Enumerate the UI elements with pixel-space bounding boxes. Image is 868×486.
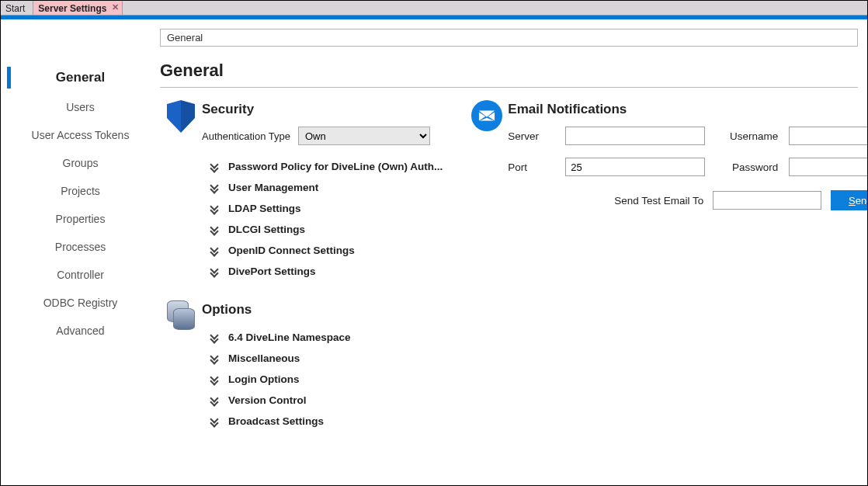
- chevron-down-icon: [210, 374, 219, 385]
- expander-user-management[interactable]: User Management: [202, 177, 443, 198]
- expander-miscellaneous[interactable]: Miscellaneous: [202, 348, 443, 369]
- expander-login-options[interactable]: Login Options: [202, 369, 443, 390]
- expander-openid-connect[interactable]: OpenID Connect Settings: [202, 240, 443, 261]
- column-right: Email Notifications Server Username Port…: [466, 99, 867, 227]
- expander-label: Password Policy for DiveLine (Own) Auth.…: [228, 161, 443, 172]
- sidenav-label: ODBC Registry: [43, 297, 118, 309]
- breadcrumb-text: General: [167, 32, 203, 43]
- expander-label: Broadcast Settings: [228, 415, 324, 427]
- port-label: Port: [508, 161, 554, 173]
- send-test-row: Send Test Email To Send: [508, 190, 867, 210]
- section-title: Options: [202, 302, 443, 318]
- password-label: Password: [716, 161, 778, 173]
- tab-bar: Start Server Settings ✕: [1, 1, 867, 16]
- content-wrap: General Users User Access Tokens Groups …: [1, 16, 867, 485]
- expander-label: 6.4 DiveLine Namespace: [228, 332, 351, 343]
- sidenav-label: Groups: [63, 157, 99, 169]
- section-body: Options 6.4 DiveLine Namespace Miscellan…: [202, 299, 443, 432]
- expander-ldap-settings[interactable]: LDAP Settings: [202, 198, 443, 219]
- section-security: Security Authentication Type Own P: [160, 99, 443, 282]
- sidenav-label: Processes: [55, 241, 106, 253]
- sidenav-item-advanced[interactable]: Advanced: [1, 317, 160, 345]
- expander-diveport-settings[interactable]: DivePort Settings: [202, 261, 443, 282]
- port-input[interactable]: [565, 158, 705, 176]
- password-input[interactable]: [789, 158, 867, 176]
- sidenav-label: Users: [66, 101, 95, 113]
- auth-select[interactable]: Own: [298, 127, 430, 145]
- chevron-down-icon: [210, 395, 219, 406]
- send-button-mnemonic: S: [849, 195, 856, 207]
- sidenav-item-user-access-tokens[interactable]: User Access Tokens: [1, 121, 160, 149]
- sidenav-label: General: [56, 70, 105, 85]
- chevron-down-icon: [210, 182, 219, 193]
- icon-holder: [160, 99, 202, 133]
- send-button[interactable]: Send: [831, 190, 867, 210]
- tab-server-settings[interactable]: Server Settings ✕: [33, 1, 123, 15]
- tab-label: Start: [5, 3, 25, 14]
- database-icon: [165, 300, 196, 332]
- sidenav-item-processes[interactable]: Processes: [1, 233, 160, 261]
- tab-start[interactable]: Start: [1, 1, 33, 15]
- sidenav-label: Controller: [57, 269, 104, 281]
- sidenav-label: Projects: [61, 185, 100, 197]
- section-options: Options 6.4 DiveLine Namespace Miscellan…: [160, 299, 443, 432]
- icon-holder: [466, 99, 508, 131]
- expander-label: Miscellaneous: [228, 352, 300, 364]
- content-inner: General Users User Access Tokens Groups …: [1, 19, 867, 485]
- expander-dlcgi-settings[interactable]: DLCGI Settings: [202, 219, 443, 240]
- expander-namespace[interactable]: 6.4 DiveLine Namespace: [202, 327, 443, 348]
- expander-label: DivePort Settings: [228, 266, 316, 277]
- auth-row: Authentication Type Own: [202, 127, 443, 145]
- sidenav: General Users User Access Tokens Groups …: [1, 19, 160, 485]
- server-input[interactable]: [565, 127, 705, 145]
- sidenav-item-general[interactable]: General: [1, 62, 160, 93]
- shield-icon: [167, 100, 195, 133]
- section-title: Security: [202, 102, 443, 117]
- breadcrumb[interactable]: General: [160, 29, 858, 47]
- icon-holder: [160, 299, 202, 332]
- close-icon[interactable]: ✕: [112, 2, 119, 12]
- username-label: Username: [716, 130, 778, 142]
- sidenav-item-projects[interactable]: Projects: [1, 177, 160, 205]
- send-test-input[interactable]: [713, 191, 821, 210]
- chevron-down-icon: [210, 353, 219, 364]
- section-title: Email Notifications: [508, 102, 867, 117]
- expander-label: DLCGI Settings: [228, 224, 305, 235]
- expander-label: LDAP Settings: [228, 203, 301, 214]
- expander-label: Login Options: [228, 373, 299, 385]
- tab-label: Server Settings: [38, 3, 106, 14]
- sidenav-item-groups[interactable]: Groups: [1, 149, 160, 177]
- chevron-down-icon: [210, 245, 219, 256]
- sidenav-item-controller[interactable]: Controller: [1, 261, 160, 289]
- expander-label: User Management: [228, 182, 318, 193]
- chevron-down-icon: [210, 224, 219, 235]
- page-title: General: [160, 61, 858, 81]
- chevron-down-icon: [210, 416, 219, 427]
- sidenav-label: User Access Tokens: [32, 129, 130, 141]
- sidenav-label: Properties: [56, 213, 106, 225]
- section-body: Security Authentication Type Own P: [202, 99, 443, 282]
- main-panel: General General Security: [160, 19, 867, 485]
- send-test-label: Send Test Email To: [614, 195, 703, 207]
- app-window: Start Server Settings ✕ General Users Us…: [0, 0, 868, 486]
- section-body: Email Notifications Server Username Port…: [508, 99, 867, 210]
- column-left: Security Authentication Type Own P: [160, 99, 443, 449]
- sidenav-item-properties[interactable]: Properties: [1, 205, 160, 233]
- sidenav-item-users[interactable]: Users: [1, 93, 160, 121]
- expander-label: Version Control: [228, 394, 307, 406]
- expander-broadcast-settings[interactable]: Broadcast Settings: [202, 411, 443, 432]
- section-email: Email Notifications Server Username Port…: [466, 99, 867, 210]
- expander-version-control[interactable]: Version Control: [202, 390, 443, 411]
- auth-label: Authentication Type: [202, 130, 290, 142]
- server-label: Server: [508, 130, 554, 142]
- username-input[interactable]: [789, 127, 867, 145]
- expander-label: OpenID Connect Settings: [228, 245, 355, 256]
- title-rule: [160, 87, 858, 88]
- chevron-down-icon: [210, 203, 219, 214]
- send-button-rest: end: [856, 195, 867, 207]
- sidenav-item-odbc-registry[interactable]: ODBC Registry: [1, 289, 160, 317]
- mail-icon: [471, 100, 502, 131]
- sidenav-label: Advanced: [56, 325, 104, 337]
- chevron-down-icon: [210, 161, 219, 172]
- expander-password-policy[interactable]: Password Policy for DiveLine (Own) Auth.…: [202, 156, 443, 177]
